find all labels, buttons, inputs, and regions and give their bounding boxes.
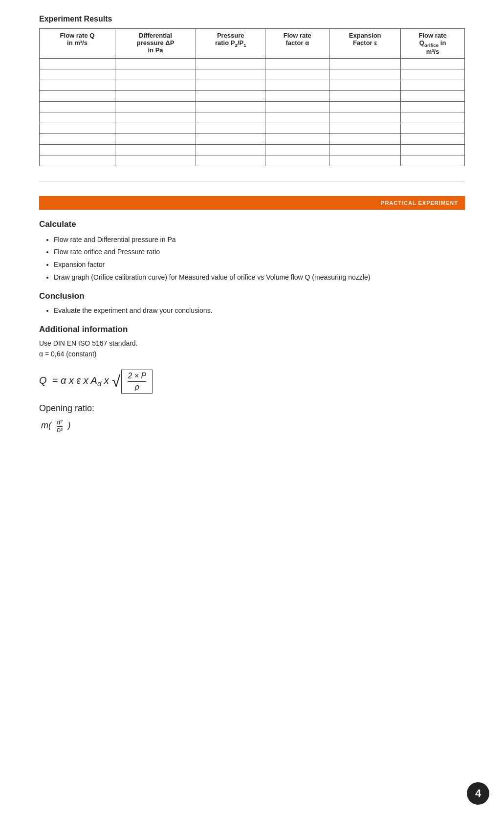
col-header-5: ExpansionFactor ε xyxy=(329,29,401,59)
frac-denominator: ρ xyxy=(135,382,139,392)
additional-line1: Use DIN EN ISO 5167 standard. xyxy=(39,339,465,347)
page-number-badge: 4 xyxy=(467,782,489,805)
additional-title: Additional information xyxy=(39,325,465,334)
table-row xyxy=(40,112,465,123)
col-header-6: Flow rateQorifice inm³/s xyxy=(401,29,465,59)
sqrt-symbol: √ xyxy=(112,373,121,389)
results-table: Flow rate Qin m³/s Differentialpressure … xyxy=(39,28,465,166)
practical-experiment-banner: PRACTICAL EXPERIMENT xyxy=(39,196,465,210)
table-row xyxy=(40,144,465,155)
fraction-box: 2 × P ρ xyxy=(121,370,153,394)
list-item: Flow rate orifice and Pressure ratio xyxy=(54,246,465,258)
table-row xyxy=(40,123,465,133)
col-header-3: Pressureratio P2/P1 xyxy=(196,29,265,59)
table-row xyxy=(40,69,465,80)
list-item: Expansion factor xyxy=(54,259,465,271)
opening-ratio-formula: m( d² D² ) xyxy=(41,417,465,434)
table-row xyxy=(40,90,465,101)
list-item: Flow rate and Differential pressure in P… xyxy=(54,234,465,246)
sqrt-fraction: √ 2 × P ρ xyxy=(112,370,153,394)
additional-line2: α = 0,64 (constant) xyxy=(39,350,465,358)
m-frac-numerator: d² xyxy=(57,418,63,427)
list-item: Draw graph (Orifice calibration curve) f… xyxy=(54,272,465,284)
table-row xyxy=(40,80,465,90)
frac-numerator: 2 × P xyxy=(128,372,146,382)
table-row xyxy=(40,155,465,166)
col-header-2: Differentialpressure ΔPin Pa xyxy=(115,29,196,59)
calculate-list: Flow rate and Differential pressure in P… xyxy=(54,234,465,284)
m-frac-denominator: D² xyxy=(57,427,63,433)
table-row xyxy=(40,58,465,69)
table-row xyxy=(40,133,465,144)
section-divider xyxy=(39,181,465,181)
col-header-4: Flow ratefactor α xyxy=(265,29,329,59)
opening-ratio-label: Opening ratio: xyxy=(39,403,465,414)
conclusion-list: Evaluate the experiment and draw your co… xyxy=(54,305,465,317)
calculate-title: Calculate xyxy=(39,219,465,229)
page: Experiment Results Flow rate Qin m³/s Di… xyxy=(0,0,504,834)
conclusion-title: Conclusion xyxy=(39,291,465,301)
table-row xyxy=(40,101,465,112)
m-fraction: d² D² xyxy=(54,417,66,434)
list-item: Evaluate the experiment and draw your co… xyxy=(54,305,465,317)
col-header-1: Flow rate Qin m³/s xyxy=(40,29,115,59)
experiment-results-title: Experiment Results xyxy=(39,15,465,23)
main-formula: Q = α x ε x Ad x √ 2 × P ρ xyxy=(39,370,465,394)
formula-lhs: Q = α x ε x Ad x xyxy=(39,375,109,388)
